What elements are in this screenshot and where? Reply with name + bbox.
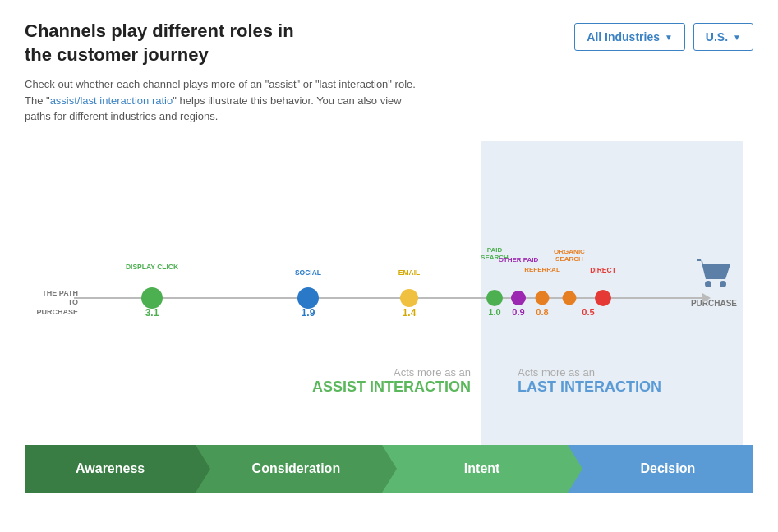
- last-interaction-label: Acts more as an LAST INTERACTION: [518, 366, 661, 396]
- page-title: Channels play different roles inthe cust…: [25, 20, 294, 66]
- stage-consideration[interactable]: Consideration: [196, 445, 381, 493]
- value-referral: 0.8: [536, 307, 548, 317]
- stage-decision-label: Decision: [641, 461, 696, 476]
- description: Check out whether each channel plays mor…: [25, 76, 419, 125]
- label-display-click: DISPLAY CLICK: [126, 263, 178, 271]
- last-main: LAST INTERACTION: [518, 378, 661, 396]
- stage-intent[interactable]: Intent: [382, 445, 568, 493]
- industry-arrow-icon: ▼: [665, 33, 673, 42]
- dot-organic-search: [563, 291, 577, 305]
- label-direct: DIRECT: [590, 266, 616, 274]
- dot-paid-search: [486, 290, 503, 306]
- path-to-purchase-label: THE PATHTO PURCHASE: [33, 289, 78, 318]
- dot-direct: [595, 290, 611, 306]
- value-direct: 0.5: [582, 307, 594, 317]
- stage-awareness[interactable]: Awareness: [25, 445, 196, 493]
- dot-referral: [536, 291, 550, 305]
- label-other-paid: OTHER PAID: [499, 256, 539, 264]
- dropdowns-container: All Industries ▼ U.S. ▼: [574, 23, 753, 51]
- value-email: 1.4: [403, 307, 417, 319]
- label-social: SOCIAL: [295, 268, 321, 277]
- region-label: U.S.: [706, 30, 728, 44]
- stage-awareness-label: Awareness: [76, 461, 145, 476]
- value-display-click: 3.1: [145, 307, 159, 319]
- purchase-icon-container: PURCHASE: [691, 256, 737, 308]
- ratio-link[interactable]: assist/last interaction ratio: [50, 94, 173, 107]
- stage-decision[interactable]: Decision: [568, 445, 753, 493]
- label-organic-search: ORGANICSEARCH: [554, 248, 585, 264]
- cart-icon: [693, 256, 735, 292]
- region-arrow-icon: ▼: [733, 33, 741, 42]
- value-other-paid: 0.9: [512, 307, 524, 317]
- stage-bar: Awareness Consideration Intent Decision: [25, 445, 753, 493]
- assist-main: ASSIST INTERACTION: [312, 378, 471, 396]
- region-dropdown[interactable]: U.S. ▼: [693, 23, 753, 51]
- chart-area: THE PATHTO PURCHASE DISPLAY CLICK 3.1 SO…: [25, 141, 753, 445]
- assist-interaction-label: Acts more as an ASSIST INTERACTION: [312, 366, 471, 396]
- industry-dropdown[interactable]: All Industries ▼: [574, 23, 685, 51]
- assist-prefix: Acts more as an: [394, 366, 471, 378]
- stage-consideration-label: Consideration: [252, 461, 341, 476]
- dot-display-click: [141, 287, 163, 309]
- value-social: 1.9: [302, 307, 315, 319]
- dot-other-paid: [511, 291, 526, 305]
- label-referral: REFERRAL: [524, 266, 560, 274]
- svg-point-1: [720, 281, 726, 287]
- industry-label: All Industries: [587, 30, 660, 44]
- dot-social: [297, 287, 319, 309]
- dot-email: [400, 289, 418, 307]
- header-row: Channels play different roles inthe cust…: [25, 20, 753, 66]
- stage-intent-label: Intent: [464, 461, 500, 476]
- value-paid-search: 1.0: [488, 307, 500, 317]
- last-prefix: Acts more as an: [518, 366, 595, 378]
- svg-point-0: [705, 281, 711, 287]
- label-email: EMAIL: [398, 268, 420, 277]
- purchase-label: PURCHASE: [691, 299, 737, 308]
